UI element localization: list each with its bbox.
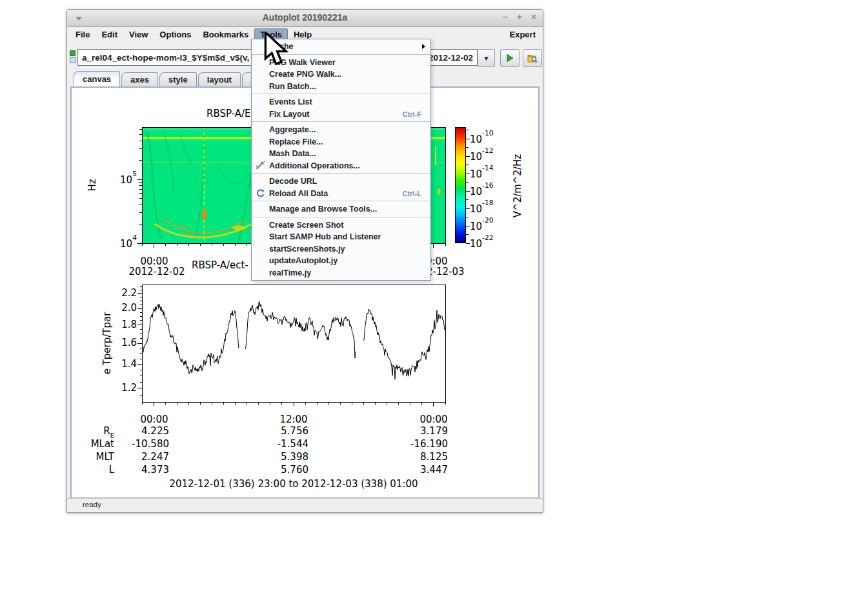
- menu-item-label: Replace File...: [269, 137, 323, 146]
- data-source-blue-icon[interactable]: [70, 57, 76, 63]
- menu-item-label: Events List: [269, 97, 312, 106]
- colorbar-tick-10e-22: 10-22: [470, 237, 494, 250]
- folder-search-icon: [527, 54, 538, 63]
- menu-separator: [252, 121, 430, 123]
- chevron-down-icon: ▼: [483, 55, 490, 62]
- uri-text: a_rel04_ect-hope-mom-l3_$Y$m$d_v$(v,: [82, 53, 249, 63]
- menu-item-mash-data[interactable]: Mash Data...: [252, 148, 430, 160]
- tab-canvas[interactable]: canvas: [74, 71, 120, 86]
- line-plot[interactable]: [142, 285, 445, 402]
- data-source-green-icon[interactable]: [70, 50, 76, 56]
- plot1-ytick-10e5: 105: [107, 173, 137, 186]
- ephemeris-row-label-re: RE: [72, 425, 114, 438]
- menu-separator: [252, 217, 430, 218]
- menu-item-label: updateAutoplot.jy: [269, 256, 338, 265]
- ephemeris-value: -1.544: [250, 438, 308, 450]
- titlebar[interactable]: Autoplot 20190221a – + ×: [67, 10, 543, 27]
- menu-item-label: Fix Layout: [269, 110, 310, 119]
- menu-item-aggregate[interactable]: Aggregate...: [252, 124, 430, 136]
- menu-item-label: realTime.jy: [269, 268, 311, 277]
- reload-icon: [252, 189, 269, 198]
- menu-item-replace-file[interactable]: Replace File...: [252, 136, 430, 148]
- menu-item-label: Create Screen Shot: [269, 221, 343, 230]
- plot2-ytick-2.0: 2.0: [101, 302, 137, 314]
- colorbar-unit-label: V^2/m^2/Hz: [512, 146, 523, 226]
- mouse-cursor-icon: [263, 32, 288, 68]
- close-icon[interactable]: ×: [531, 12, 536, 22]
- plot2-xtick-left: 00:00: [135, 414, 174, 425]
- menu-item-fix-layout[interactable]: Fix LayoutCtrl-F: [252, 108, 430, 121]
- menu-item-updateautoplot-jy[interactable]: updateAutoplot.jy: [252, 255, 430, 267]
- menu-item-additional-operations[interactable]: Additional Operations...: [252, 160, 430, 172]
- plot1-ytick-10e4: 104: [107, 237, 137, 250]
- ephemeris-value: -10.580: [111, 438, 169, 450]
- tab-layout[interactable]: layout: [198, 72, 241, 86]
- status-message: ready: [83, 501, 101, 508]
- plot2-ytick-1.4: 1.4: [101, 358, 137, 370]
- ephemeris-value: 8.125: [390, 451, 448, 463]
- ephemeris-row-label-mlat: MLat: [72, 438, 114, 450]
- ephemeris-value: 5.398: [250, 451, 308, 463]
- menubar-item-options[interactable]: Options: [154, 28, 197, 41]
- menu-item-label: startScreenShots.jy: [269, 245, 345, 254]
- ephemeris-value: 4.225: [111, 425, 169, 437]
- tab-axes[interactable]: axes: [121, 72, 158, 86]
- colorbar-tick-10e-10: 10-10: [470, 132, 494, 145]
- tools-menu-popup: CachePNG Walk ViewerCreate PNG Walk...Ru…: [251, 39, 431, 281]
- menu-item-manage-and-browse-tools[interactable]: Manage and Browse Tools...: [252, 203, 430, 215]
- menu-item-events-list[interactable]: Events List: [252, 96, 430, 108]
- menu-shortcut: Ctrl-L: [403, 190, 421, 197]
- menubar-item-file[interactable]: File: [70, 28, 96, 41]
- colorbar-tick-10e-12: 10-12: [470, 150, 494, 163]
- browse-files-button[interactable]: [523, 49, 542, 67]
- menu-item-start-samp-hub-and-listener[interactable]: Start SAMP Hub and Listener: [252, 231, 430, 243]
- ephemeris-value: 5.756: [250, 425, 308, 437]
- menu-item-label: Additional Operations...: [269, 161, 360, 170]
- menubar-item-view[interactable]: View: [123, 28, 154, 41]
- ephemeris-value: 3.447: [390, 464, 448, 476]
- go-button[interactable]: [500, 49, 520, 67]
- menu-separator: [252, 201, 430, 202]
- submenu-arrow-icon: [422, 44, 425, 49]
- menu-item-create-png-walk[interactable]: Create PNG Walk...: [252, 68, 430, 81]
- plot1-xdate-left: 2012-12-02: [125, 266, 189, 277]
- menu-item-decode-url[interactable]: Decode URL: [252, 175, 430, 188]
- colorbar-tick-10e-14: 10-14: [470, 167, 494, 180]
- menu-item-create-screen-shot[interactable]: Create Screen Shot: [252, 219, 430, 232]
- menu-item-realtime-jy[interactable]: realTime.jy: [252, 267, 430, 279]
- menu-separator: [252, 94, 430, 95]
- menu-item-label: Reload All Data: [269, 189, 328, 198]
- plot1-ylabel: Hz: [86, 172, 98, 198]
- menu-item-startscreenshots-jy[interactable]: startScreenShots.jy: [252, 243, 430, 255]
- colorbar-tick-10e-16: 10-16: [470, 185, 494, 197]
- plot2-ytick-1.2: 1.2: [101, 382, 137, 394]
- uri-dropdown-button[interactable]: ▼: [478, 49, 495, 67]
- tab-style[interactable]: style: [159, 72, 197, 86]
- menu-item-label: Manage and Browse Tools...: [269, 205, 377, 214]
- ephemeris-value: 5.760: [250, 464, 308, 476]
- ephemeris-value: -16.190: [390, 438, 448, 450]
- minimize-icon[interactable]: –: [503, 12, 508, 22]
- menu-item-reload-all-data[interactable]: Reload All DataCtrl-L: [252, 188, 430, 200]
- menu-item-run-batch[interactable]: Run Batch...: [252, 81, 430, 93]
- expert-mode-label[interactable]: Expert: [510, 30, 543, 39]
- ephemeris-row-label-l: L: [72, 464, 114, 476]
- uri-end-date: 2012-12-02: [429, 53, 473, 63]
- plot2-xtick-right: 00:00: [414, 414, 453, 425]
- ephemeris-value: 3.179: [390, 425, 448, 437]
- plot1-xaxis-label: RBSP-A/ect-: [192, 259, 248, 271]
- maximize-icon[interactable]: +: [517, 12, 522, 22]
- menubar-item-bookmarks[interactable]: Bookmarks: [197, 28, 254, 41]
- data-source-indicator: [70, 50, 75, 63]
- colorbar-tick-10e-18: 10-18: [470, 202, 494, 215]
- menu-separator: [252, 173, 430, 174]
- menubar-item-edit[interactable]: Edit: [96, 28, 123, 41]
- window-title: Autoplot 20190221a: [67, 12, 543, 23]
- menu-item-label: Run Batch...: [269, 82, 316, 91]
- menu-shortcut: Ctrl-F: [403, 110, 421, 118]
- desktop: Autoplot 20190221a – + × FileEditViewOpt…: [0, 0, 868, 591]
- ephemeris-value: 4.373: [111, 464, 169, 476]
- colorbar-tick-10e-20: 10-20: [470, 219, 494, 232]
- colorbar[interactable]: [455, 127, 466, 243]
- plot2-ytick-2.2: 2.2: [101, 287, 137, 299]
